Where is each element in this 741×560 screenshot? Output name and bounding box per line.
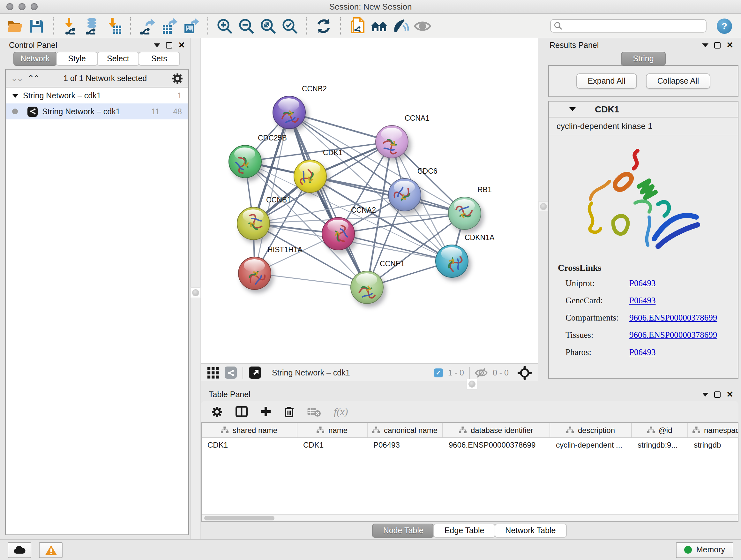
graph-node-CDC25B[interactable]: viewBox="0 0 40 40"> [228, 145, 262, 178]
network-collection-row[interactable]: String Network – cdk1 1 [6, 87, 188, 104]
crosslink-link[interactable]: 9606.ENSP00000378699 [629, 313, 717, 323]
close-panel-icon[interactable]: ✕ [178, 42, 185, 48]
string-import-icon[interactable] [348, 16, 367, 36]
tab-node-table[interactable]: Node Table [373, 523, 434, 537]
network-canvas[interactable]: viewBox="0 0 40 40">CCNB2 viewBox="0 0 4… [201, 38, 538, 363]
maximize-panel-icon[interactable] [714, 391, 721, 397]
crosslink-link[interactable]: P06493 [629, 278, 656, 289]
graph-node-RB1[interactable]: viewBox="0 0 40 40"> [448, 197, 481, 230]
show-columns-icon[interactable] [235, 406, 248, 417]
graph-node-CCNB1[interactable]: viewBox="0 0 40 40"> [237, 207, 270, 240]
left-splitter[interactable] [190, 38, 201, 539]
splitter-handle[interactable] [467, 379, 477, 389]
graph-node-CCNA2[interactable]: viewBox="0 0 40 40"> [322, 217, 355, 250]
string-results-controls: Expand All Collapse All [548, 65, 738, 97]
float-panel-icon[interactable] [154, 43, 160, 47]
horizontal-splitter[interactable] [201, 381, 741, 388]
crosslink-link[interactable]: 9606.ENSP00000378699 [629, 330, 717, 340]
search-box[interactable] [550, 19, 706, 33]
open-session-icon[interactable] [5, 16, 24, 36]
column-header-database-identifier[interactable]: database identifier [443, 423, 550, 437]
graph-node-CCNB2[interactable]: viewBox="0 0 40 40"> [273, 96, 306, 129]
maximize-panel-icon[interactable] [714, 42, 721, 48]
table-cell[interactable]: P06493 [367, 438, 443, 452]
close-panel-icon[interactable]: ✕ [726, 391, 733, 397]
expand-all-button[interactable]: Expand All [576, 73, 637, 89]
search-input[interactable] [565, 21, 703, 31]
warning-status-button[interactable] [39, 542, 63, 558]
collection-expand-icon[interactable] [12, 94, 18, 98]
column-header-name[interactable]: name [297, 423, 367, 437]
float-panel-icon[interactable] [702, 392, 709, 396]
float-panel-icon[interactable] [702, 43, 709, 47]
export-image-icon[interactable] [181, 16, 200, 36]
selected-nodes-checkbox[interactable]: ✓ [434, 368, 443, 377]
collapse-all-button[interactable]: Collapse All [646, 73, 711, 89]
refresh-icon[interactable] [314, 16, 333, 36]
graph-node-HIST1H1A[interactable]: viewBox="0 0 40 40"> [238, 257, 271, 290]
import-table-icon[interactable] [104, 16, 123, 36]
network-share-view-icon[interactable] [225, 367, 237, 379]
eye-slash-icon[interactable] [391, 16, 410, 36]
tab-network[interactable]: Network [13, 52, 57, 66]
protein-structure-glyph: viewBox="0 0 40 40"> [326, 221, 351, 249]
tab-select[interactable]: Select [97, 52, 139, 66]
export-table-icon[interactable] [159, 16, 179, 36]
table-cell[interactable]: cyclin-dependent ... [550, 438, 632, 452]
graph-node-CDKN1A[interactable]: viewBox="0 0 40 40"> [435, 245, 468, 278]
column-header-description[interactable]: description [550, 423, 632, 437]
tab-edge-table[interactable]: Edge Table [434, 523, 495, 537]
crosslink-link[interactable]: P06493 [629, 348, 656, 358]
tab-string[interactable]: String [621, 52, 666, 66]
zoom-out-icon[interactable] [237, 16, 256, 36]
zoom-in-icon[interactable] [215, 16, 234, 36]
network-row[interactable]: String Network – cdk1 11 48 [6, 104, 188, 119]
table-cell[interactable]: CDK1 [202, 438, 297, 452]
memory-button[interactable]: Memory [676, 542, 733, 558]
crosshair-icon[interactable] [518, 366, 532, 380]
add-column-icon[interactable] [260, 406, 271, 417]
crosslink-link[interactable]: P06493 [629, 296, 656, 306]
right-splitter[interactable] [538, 38, 548, 381]
maximize-panel-icon[interactable] [166, 42, 172, 48]
export-network-icon[interactable] [138, 16, 157, 36]
import-network-database-icon[interactable] [82, 16, 102, 36]
table-cell[interactable]: 9606.ENSP00000378699 [443, 438, 550, 452]
birdseye-view-icon[interactable] [249, 367, 261, 379]
grid-view-icon[interactable] [207, 367, 219, 378]
table-options-gear-icon[interactable] [211, 406, 223, 417]
network-options-gear-icon[interactable] [172, 72, 183, 84]
graph-node-CDK1[interactable]: viewBox="0 0 40 40"> [293, 160, 327, 193]
import-network-file-icon[interactable] [61, 16, 80, 36]
column-header-namespace[interactable]: namespace [688, 423, 738, 437]
table-cell[interactable]: stringdb:9... [632, 438, 688, 452]
expand-all-networks-icon[interactable]: ⌃⌃ [27, 75, 39, 81]
column-header-shared-name[interactable]: shared name [202, 423, 297, 437]
tab-network-table[interactable]: Network Table [494, 523, 566, 537]
column-header-@id[interactable]: @id [632, 423, 688, 437]
gene-section-collapse-icon[interactable] [569, 107, 576, 111]
tab-sets[interactable]: Sets [138, 52, 180, 66]
graph-node-CDC6[interactable]: viewBox="0 0 40 40"> [388, 178, 421, 211]
zoom-fit-icon[interactable] [259, 16, 278, 36]
delete-column-icon[interactable] [284, 406, 294, 417]
scrollbar-thumb[interactable] [204, 516, 274, 520]
hidden-eye-icon [475, 368, 488, 378]
splitter-handle[interactable] [538, 201, 548, 211]
graph-node-CCNA1[interactable]: viewBox="0 0 40 40"> [375, 125, 408, 159]
table-row[interactable]: CDK1CDK1P064939606.ENSP00000378699cyclin… [202, 438, 738, 452]
splitter-handle[interactable] [190, 287, 201, 298]
graph-node-CCNE1[interactable]: viewBox="0 0 40 40"> [350, 271, 384, 304]
table-cell[interactable]: CDK1 [297, 438, 367, 452]
column-header-canonical-name[interactable]: canonical name [367, 423, 443, 437]
table-horizontal-scrollbar[interactable] [202, 514, 738, 521]
tab-style[interactable]: Style [56, 52, 98, 66]
zoom-selected-icon[interactable] [280, 16, 299, 36]
save-session-icon[interactable] [27, 16, 46, 36]
help-icon[interactable]: ? [717, 18, 732, 34]
table-cell[interactable]: stringdb [688, 438, 738, 452]
houses-icon[interactable] [369, 16, 389, 36]
collapse-all-networks-icon[interactable]: ⌄⌄ [11, 75, 22, 81]
cloud-status-button[interactable] [8, 542, 31, 558]
close-panel-icon[interactable]: ✕ [726, 42, 733, 48]
